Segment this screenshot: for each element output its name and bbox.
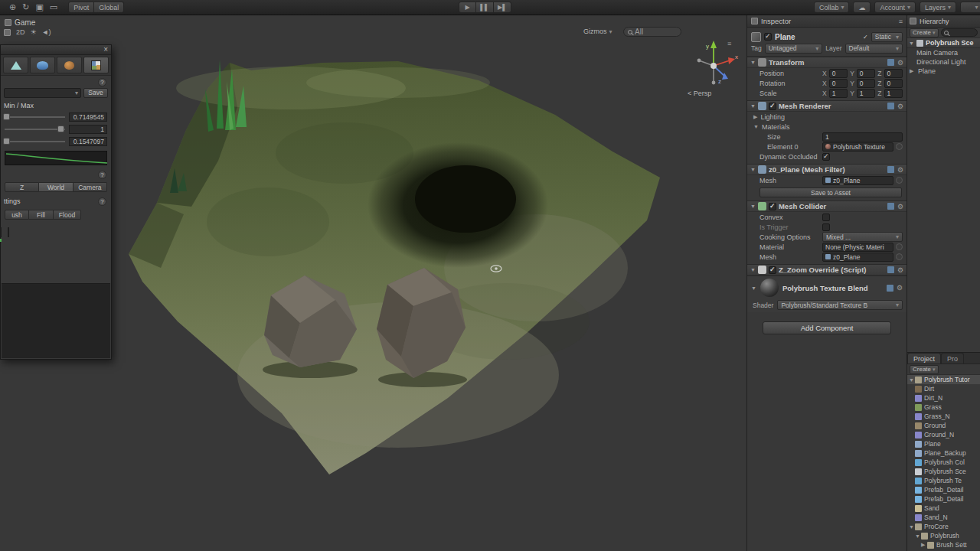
project-item[interactable]: Grass_N <box>907 412 980 421</box>
polybrush-titlebar[interactable]: × <box>1 45 111 55</box>
gear-icon[interactable]: ⚙ <box>897 266 903 274</box>
project-item[interactable]: Sand_N <box>907 513 980 522</box>
project-item[interactable]: Prefab_Detail <box>907 494 980 504</box>
flood-mode-button[interactable]: Flood <box>54 210 81 220</box>
foldout-icon[interactable] <box>909 41 914 46</box>
reference-icon[interactable] <box>887 103 894 109</box>
position-z-field[interactable]: 0 <box>884 69 903 78</box>
foldout-icon[interactable] <box>753 124 759 129</box>
mesh-collider-header[interactable]: Mesh Collider ⚙ <box>747 201 906 212</box>
create-dropdown[interactable]: Create <box>910 28 939 37</box>
close-icon[interactable]: × <box>103 46 108 54</box>
layer-dropdown[interactable]: Default <box>845 44 903 54</box>
scale-z-field[interactable]: 1 <box>884 89 903 98</box>
collab-dropdown[interactable]: Collab <box>814 2 850 13</box>
component-enabled-checkbox[interactable] <box>769 103 776 110</box>
global-toggle[interactable]: Global <box>94 2 124 13</box>
scene-search-field[interactable]: All <box>623 27 681 37</box>
space-tab-world[interactable]: World <box>39 182 73 192</box>
cooking-options-dropdown[interactable]: Mixed ... <box>822 232 903 242</box>
material-sphere-preview[interactable] <box>760 279 779 297</box>
project-folder-polybrush[interactable]: ▼Polybrush <box>907 531 980 540</box>
collider-mesh-field[interactable]: z0_Plane <box>822 253 893 262</box>
falloff-curve[interactable] <box>5 151 107 165</box>
texture-swatch-dirt[interactable] <box>0 228 2 236</box>
object-picker-icon[interactable] <box>896 253 903 260</box>
space-tab-camera[interactable]: Camera <box>74 182 107 192</box>
scale-tool-icon[interactable]: ▣ <box>35 2 43 12</box>
foldout-icon[interactable] <box>750 103 756 109</box>
sculpt-mode-tab[interactable] <box>3 57 28 73</box>
rotation-y-field[interactable]: 0 <box>857 79 875 88</box>
help-icon[interactable]: ? <box>98 197 106 206</box>
polybrush-window[interactable]: × ? Save Min / Max 0.7149545 1 0.1547097… <box>0 44 112 360</box>
gear-icon[interactable]: ⚙ <box>897 103 903 110</box>
project-item[interactable]: Prefab_Detail <box>907 485 980 494</box>
project-tab[interactable]: Project <box>907 353 941 364</box>
scale-x-field[interactable]: 1 <box>829 89 848 98</box>
is-trigger-checkbox[interactable] <box>822 223 830 231</box>
mesh-object-field[interactable]: z0_Plane <box>822 176 893 185</box>
project-item[interactable]: Polybrush Sce <box>907 467 980 476</box>
smooth-mode-tab[interactable] <box>30 57 55 73</box>
texture-mode-tab[interactable] <box>83 57 109 73</box>
scene-viewport[interactable]: Game 2D ☀ ◄) Gizmos All ≡ < Persp y x z <box>0 15 746 551</box>
foldout-icon[interactable] <box>750 60 756 65</box>
strength-slider[interactable] <box>5 141 65 142</box>
inner-radius-slider[interactable] <box>5 129 65 130</box>
fill-mode-button[interactable]: Fill <box>29 210 54 220</box>
foldout-icon[interactable] <box>750 267 756 272</box>
project-item[interactable]: Plane <box>907 439 980 448</box>
project-folder-brush-settings[interactable]: ▶Brush Sett <box>907 540 980 549</box>
inspector-tab[interactable]: Inspector <box>761 17 791 25</box>
shader-dropdown[interactable]: Polybrush/Standard Texture B <box>777 300 903 310</box>
expand-arrow-icon[interactable]: ▶ <box>910 68 916 74</box>
position-x-field[interactable]: 0 <box>829 69 848 78</box>
audio-toggle-icon[interactable]: ◄) <box>42 28 51 36</box>
object-picker-icon[interactable] <box>896 243 903 250</box>
rotation-z-field[interactable]: 0 <box>884 79 903 88</box>
mesh-renderer-header[interactable]: Mesh Renderer ⚙ <box>747 100 906 112</box>
component-enabled-checkbox[interactable] <box>769 266 776 274</box>
foldout-icon[interactable] <box>753 114 757 120</box>
project-item[interactable]: Plane_Backup <box>907 448 980 458</box>
space-tab-z[interactable]: Z <box>5 182 39 192</box>
shaded-mode-icon[interactable] <box>4 29 11 36</box>
foldout-icon[interactable] <box>750 204 756 209</box>
inner-radius-value[interactable]: 1 <box>69 125 107 134</box>
outer-radius-slider[interactable] <box>5 116 65 118</box>
project-item[interactable]: Polybrush Te <box>907 476 980 485</box>
reference-icon[interactable] <box>887 285 893 292</box>
hierarchy-tab[interactable]: Hierarchy <box>920 18 949 25</box>
scene-header-row[interactable]: Polybrush Sce <box>907 38 980 48</box>
reference-icon[interactable] <box>887 59 894 66</box>
gear-icon[interactable]: ⚙ <box>897 284 903 292</box>
gizmos-dropdown[interactable]: Gizmos <box>583 28 612 35</box>
panel-menu-icon[interactable]: ≡ <box>899 18 903 25</box>
reference-icon[interactable] <box>887 166 894 173</box>
account-dropdown[interactable]: Account <box>874 2 916 13</box>
cloud-button[interactable]: ☁ <box>853 2 871 13</box>
component-enabled-checkbox[interactable] <box>769 203 776 210</box>
foldout-icon[interactable] <box>751 285 756 291</box>
brush-preset-dropdown[interactable] <box>4 88 81 98</box>
object-picker-icon[interactable] <box>896 177 903 184</box>
project-item[interactable]: Dirt <box>907 384 980 393</box>
pivot-toggle[interactable]: Pivot <box>68 2 94 13</box>
material-object-field[interactable]: Polybrush Texture <box>822 142 893 152</box>
gizmo-menu-icon[interactable]: ≡ <box>727 40 731 47</box>
brush-mode-button[interactable]: ush <box>5 210 29 220</box>
rect-tool-icon[interactable]: ▭ <box>50 2 57 12</box>
reference-icon[interactable] <box>887 203 894 210</box>
gear-icon[interactable]: ⚙ <box>897 203 903 210</box>
save-to-asset-button[interactable]: Save to Asset <box>760 187 902 197</box>
help-icon[interactable]: ? <box>98 78 106 86</box>
static-dropdown[interactable]: Static <box>871 32 903 42</box>
hierarchy-item-plane[interactable]: ▶ Plane <box>907 67 980 76</box>
add-component-button[interactable]: Add Component <box>763 321 891 334</box>
materials-size-field[interactable]: 1 <box>822 132 903 142</box>
project-root-folder[interactable]: ▼ Polybrush Tutor <box>907 375 980 384</box>
transform-header[interactable]: Transform ⚙ <box>747 57 906 68</box>
play-button[interactable]: ▶ <box>459 2 476 13</box>
lighting-toggle-icon[interactable]: ☀ <box>31 28 37 36</box>
